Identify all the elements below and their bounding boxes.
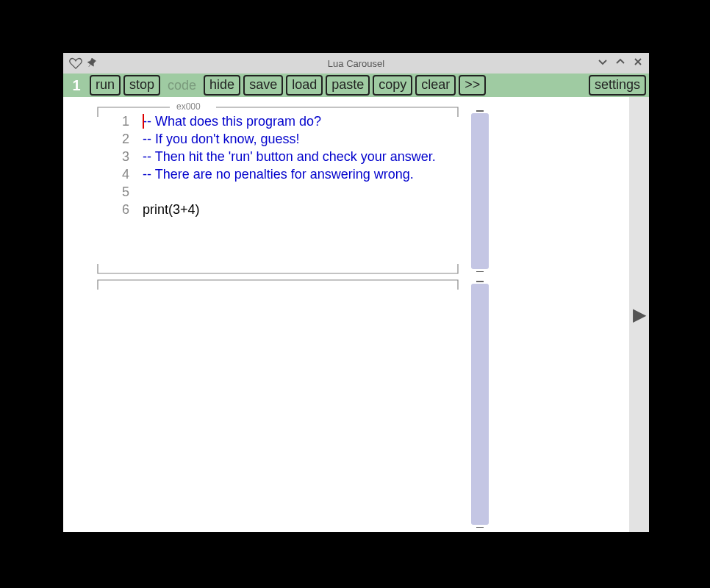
code-text: -- If you don't know, guess! [143, 130, 453, 148]
scroll-thumb[interactable] [471, 113, 489, 269]
editor-frame[interactable]: ex000 1 -- What does this program do? 2 … [97, 107, 459, 274]
line-number: 3 [103, 148, 143, 165]
right-arrow-icon[interactable]: ▶ [633, 304, 646, 325]
toolbar-center-group: hide save load paste copy clear >> [204, 75, 486, 96]
code-line: 2 -- If you don't know, guess! [103, 130, 453, 148]
pin-icon[interactable] [87, 58, 97, 68]
code-text: -- There are no penalties for answering … [143, 165, 453, 183]
line-number: 5 [103, 183, 143, 201]
code-line: 4 -- There are no penalties for answerin… [103, 165, 453, 183]
line-number: 6 [103, 201, 143, 218]
editor-label: ex000 [174, 101, 203, 112]
scroll-thumb[interactable] [471, 284, 489, 525]
code-label: code [163, 78, 201, 93]
settings-button[interactable]: settings [589, 75, 646, 96]
titlebar: Lua Carousel [63, 53, 649, 74]
toolbar: 1 run stop code hide save load paste cop… [63, 74, 649, 97]
tab-number[interactable]: 1 [66, 75, 87, 96]
next-button[interactable]: >> [459, 75, 486, 96]
clear-button[interactable]: clear [415, 75, 456, 96]
paste-button[interactable]: paste [326, 75, 370, 96]
copy-button[interactable]: copy [373, 75, 412, 96]
titlebar-right [598, 57, 643, 70]
line-number: 2 [103, 130, 143, 148]
save-button[interactable]: save [243, 75, 283, 96]
close-icon[interactable] [633, 57, 643, 70]
toolbar-right-group: settings [589, 75, 646, 96]
output-scrollbar[interactable] [471, 281, 489, 528]
code-line: 6 print(3+4) [103, 201, 453, 218]
code-line: 5 [103, 183, 453, 201]
output-border [97, 279, 459, 526]
cursor [143, 114, 144, 129]
code-line: 3 -- Then hit the 'run' button and check… [103, 148, 453, 165]
code-line: 1 -- What does this program do? [103, 112, 453, 130]
output-frame[interactable] [97, 279, 459, 526]
code-text: -- Then hit the 'run' button and check y… [143, 148, 453, 165]
maximize-icon[interactable] [615, 57, 625, 70]
load-button[interactable]: load [286, 75, 323, 96]
app-window: Lua Carousel 1 run stop code hide save l… [63, 53, 649, 532]
line-number: 4 [103, 165, 143, 183]
minimize-icon[interactable] [598, 57, 608, 70]
right-nav-sidebar[interactable]: ▶ [629, 97, 649, 532]
window-title: Lua Carousel [63, 58, 649, 69]
stop-button[interactable]: stop [123, 75, 160, 96]
titlebar-left [69, 57, 97, 69]
heart-icon[interactable] [69, 57, 82, 69]
content-area: ex000 1 -- What does this program do? 2 … [63, 97, 649, 532]
code-text: print(3+4) [143, 201, 453, 218]
line-number: 1 [103, 112, 143, 130]
code-content[interactable]: 1 -- What does this program do? 2 -- If … [103, 112, 453, 218]
code-text: -- What does this program do? [143, 112, 453, 130]
editor-scrollbar[interactable] [471, 110, 489, 272]
hide-button[interactable]: hide [204, 75, 240, 96]
run-button[interactable]: run [90, 75, 121, 96]
